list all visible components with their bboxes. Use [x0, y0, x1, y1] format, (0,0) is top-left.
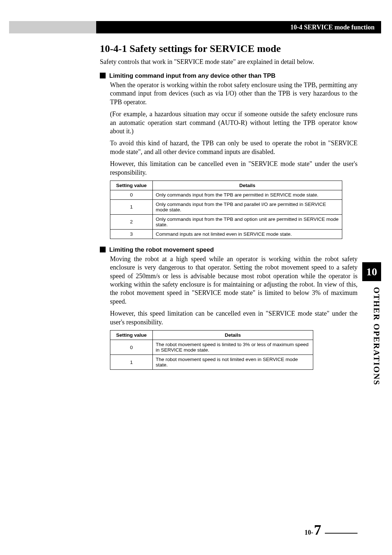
col-details: Details: [153, 181, 342, 190]
footer-line-icon: [325, 533, 358, 534]
table-row: 1 Only commands input from the TPB and p…: [110, 199, 342, 214]
page-header: 10-4 SERVICE mode function: [9, 21, 381, 33]
table-row: 0 Only commands input from the TPB are p…: [110, 190, 342, 199]
col-setting-value: Setting value: [110, 331, 153, 340]
table-row: 2 Only commands input from the TPB and o…: [110, 214, 342, 229]
col-details: Details: [153, 331, 313, 340]
cell-details: Only commands input from the TPB are per…: [153, 190, 342, 199]
section2-heading: Limiting the robot movement speed: [100, 246, 358, 254]
main-content: 10-4-1 Safety settings for SERVICE mode …: [100, 43, 358, 377]
section2-p2: However, this speed limitation can be ca…: [110, 309, 358, 327]
chapter-tab: 10: [362, 262, 381, 281]
cell-details: The robot movement speed is limited to 3…: [153, 340, 313, 355]
col-setting-value: Setting value: [110, 181, 153, 190]
page-prefix: 10-: [305, 529, 313, 536]
section1-p4: However, this limitation can be cancelle…: [110, 160, 358, 177]
table-row: 1 The robot movement speed is not limite…: [110, 355, 313, 370]
cell-value: 0: [110, 190, 153, 199]
section1-heading-text: Limiting command input from any device o…: [109, 72, 275, 79]
page-title: 10-4-1 Safety settings for SERVICE mode: [100, 43, 358, 54]
cell-value: 2: [110, 214, 153, 229]
cell-value: 3: [110, 229, 153, 239]
cell-details: Command inputs are not limited even in S…: [153, 229, 342, 239]
section1-heading: Limiting command input from any device o…: [100, 72, 358, 80]
section1-p1: When the operator is working within the …: [110, 81, 358, 106]
cell-details: The robot movement speed is not limited …: [153, 355, 313, 370]
square-bullet-icon: [100, 73, 106, 78]
page-footer: 10- 7: [305, 521, 358, 538]
section1-p3: To avoid this kind of hazard, the TPB ca…: [110, 139, 358, 156]
section2-p1: Moving the robot at a high speed while a…: [110, 255, 358, 306]
cell-value: 1: [110, 199, 153, 214]
header-section-label: 10-4 SERVICE mode function: [96, 21, 381, 33]
table-row: 3 Command inputs are not limited even in…: [110, 229, 342, 239]
section1-table: Setting value Details 0 Only commands in…: [110, 181, 342, 239]
cell-details: Only commands input from the TPB and par…: [153, 199, 342, 214]
header-left-block: [9, 21, 96, 33]
table-row: 0 The robot movement speed is limited to…: [110, 340, 313, 355]
page-number: 7: [314, 521, 321, 538]
chapter-label: OTHER OPERATIONS: [362, 287, 381, 385]
table-header-row: Setting value Details: [110, 331, 313, 340]
cell-value: 1: [110, 355, 153, 370]
section1-p2: (For example, a hazardous situation may …: [110, 110, 358, 135]
section2-table: Setting value Details 0 The robot moveme…: [110, 330, 313, 370]
cell-details: Only commands input from the TPB and opt…: [153, 214, 342, 229]
cell-value: 0: [110, 340, 153, 355]
table-header-row: Setting value Details: [110, 181, 342, 190]
section2-heading-text: Limiting the robot movement speed: [109, 246, 214, 253]
square-bullet-icon: [100, 247, 106, 252]
intro-text: Safety controls that work in "SERVICE mo…: [100, 58, 358, 66]
